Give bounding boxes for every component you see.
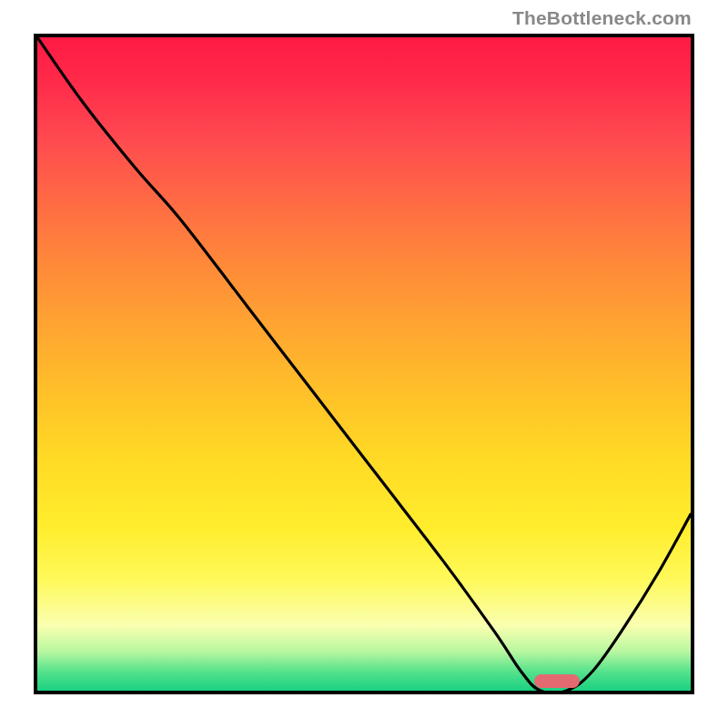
minimum-marker bbox=[534, 674, 580, 688]
plot-area bbox=[34, 34, 694, 694]
gradient-background bbox=[37, 37, 691, 691]
chart-container: TheBottleneck.com bbox=[0, 0, 728, 728]
watermark-text: TheBottleneck.com bbox=[512, 7, 692, 29]
